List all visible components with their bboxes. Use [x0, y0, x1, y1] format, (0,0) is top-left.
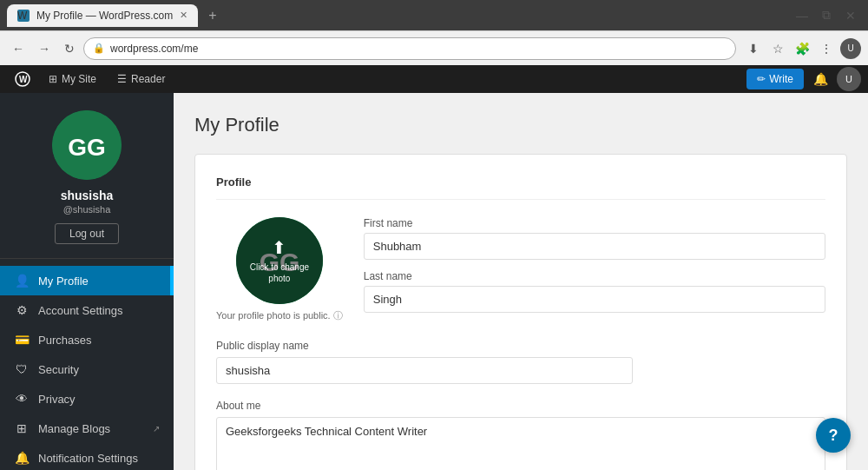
sidebar-item-notification-settings[interactable]: 🔔 Notification Settings: [0, 443, 174, 470]
notification-settings-icon: 🔔: [14, 451, 30, 465]
my-profile-icon: 👤: [14, 274, 30, 288]
new-tab-btn[interactable]: +: [203, 6, 221, 25]
sidebar-item-label: Purchases: [38, 334, 91, 347]
sidebar-item-label: My Profile: [38, 275, 89, 288]
photo-area: GG ⬆ Click to change photo Your profile …: [216, 217, 343, 322]
avatar: GG: [52, 110, 122, 180]
reader-label: Reader: [131, 73, 165, 85]
external-link-icon: ↗: [153, 424, 160, 434]
user-avatar-top[interactable]: U: [837, 67, 861, 91]
sidebar-item-label: Security: [38, 363, 79, 376]
sidebar-item-label: Privacy: [38, 393, 76, 406]
wp-logo-btn[interactable]: W: [7, 65, 38, 93]
section-title: Profile: [216, 175, 825, 200]
account-settings-icon: ⚙: [14, 303, 30, 317]
wp-top-bar: W ⊞ My Site ☰ Reader ✏ Write 🔔 U: [0, 65, 868, 93]
privacy-icon: 👁: [14, 392, 30, 406]
purchases-icon: 💳: [14, 333, 30, 347]
notifications-icon[interactable]: 🔔: [807, 66, 833, 92]
sidebar-item-security[interactable]: 🛡 Security: [0, 354, 174, 384]
lock-icon: 🔒: [93, 43, 105, 54]
display-name-label: Public display name: [216, 340, 825, 352]
sidebar-handle: @shusisha: [63, 204, 111, 215]
reader-icon: ☰: [117, 73, 127, 85]
photo-public-note: Your profile photo is public. ⓘ: [216, 309, 343, 322]
sidebar: GG shusisha @shusisha Log out 👤 My Profi…: [0, 93, 174, 470]
restore-btn[interactable]: ⧉: [816, 5, 837, 26]
last-name-input[interactable]: [364, 286, 825, 313]
first-name-label: First name: [364, 217, 825, 229]
last-name-field-group: Last name: [364, 270, 825, 313]
svg-text:GG: GG: [68, 134, 106, 161]
minimize-btn[interactable]: —: [792, 5, 812, 26]
sidebar-username: shusisha: [61, 189, 114, 202]
first-name-input[interactable]: [364, 233, 825, 260]
write-btn[interactable]: ✏ Write: [746, 69, 804, 89]
about-me-textarea[interactable]: Geeksforgeeks Technical Content Writer: [216, 417, 825, 470]
reader-link[interactable]: ☰ Reader: [107, 65, 175, 93]
address-text: wordpress.com/me: [110, 43, 727, 55]
forward-btn[interactable]: →: [33, 38, 56, 59]
about-me-label: About me: [216, 400, 825, 412]
tab-title: My Profile — WordPress.com: [36, 10, 173, 22]
sidebar-nav: 👤 My Profile ⚙ Account Settings 💳 Purcha…: [0, 259, 174, 470]
browser-profile-btn[interactable]: U: [840, 38, 861, 59]
photo-label: Click to change photo: [243, 261, 316, 284]
sidebar-item-label: Notification Settings: [38, 452, 138, 465]
browser-chrome: W My Profile — WordPress.com ✕ + — ⧉ ✕ ←…: [0, 0, 868, 65]
display-name-section: Public display name: [216, 340, 825, 384]
info-icon[interactable]: ⓘ: [333, 310, 343, 321]
svg-text:W: W: [19, 75, 28, 84]
close-btn[interactable]: ✕: [840, 5, 861, 26]
download-icon[interactable]: ⬇: [743, 38, 764, 59]
extensions-icon[interactable]: 🧩: [792, 38, 812, 59]
app-layout: GG shusisha @shusisha Log out 👤 My Profi…: [0, 93, 868, 470]
photo-overlay: ⬆ Click to change photo: [236, 217, 323, 304]
my-site-icon: ⊞: [49, 73, 57, 85]
logout-btn[interactable]: Log out: [55, 223, 119, 244]
bookmark-icon[interactable]: ☆: [767, 38, 788, 59]
more-icon[interactable]: ⋮: [816, 38, 837, 59]
name-fields: First name Last name: [364, 217, 825, 322]
sidebar-item-privacy[interactable]: 👁 Privacy: [0, 384, 174, 414]
wp-top-nav: ⊞ My Site ☰ Reader: [38, 65, 175, 93]
address-bar[interactable]: 🔒 wordpress.com/me: [83, 37, 736, 60]
write-label: Write: [769, 73, 793, 85]
my-site-link[interactable]: ⊞ My Site: [38, 65, 107, 93]
security-icon: 🛡: [14, 362, 30, 376]
help-btn[interactable]: ?: [816, 418, 851, 453]
sidebar-item-purchases[interactable]: 💳 Purchases: [0, 325, 174, 354]
title-bar: W My Profile — WordPress.com ✕ + — ⧉ ✕: [0, 0, 868, 30]
sidebar-item-manage-blogs[interactable]: ⊞ Manage Blogs ↗: [0, 414, 174, 443]
page-title: My Profile: [194, 114, 847, 136]
profile-card: Profile GG ⬆ Click to change photo: [194, 154, 847, 470]
refresh-btn[interactable]: ↻: [59, 38, 80, 59]
back-btn[interactable]: ←: [7, 38, 30, 59]
sidebar-item-my-profile[interactable]: 👤 My Profile: [0, 266, 174, 295]
sidebar-item-account-settings[interactable]: ⚙ Account Settings: [0, 295, 174, 325]
tab-close-btn[interactable]: ✕: [180, 10, 187, 21]
sidebar-profile: GG shusisha @shusisha Log out: [0, 93, 174, 259]
tab-favicon: W: [17, 10, 30, 22]
write-icon: ✏: [757, 73, 766, 85]
wp-top-right: ✏ Write 🔔 U: [746, 66, 861, 92]
main-content: My Profile Profile GG ⬆ Click to change …: [174, 93, 868, 470]
display-name-input[interactable]: [216, 357, 633, 384]
my-site-label: My Site: [62, 73, 96, 85]
nav-bar: ← → ↻ 🔒 wordpress.com/me ⬇ ☆ 🧩 ⋮ U: [0, 30, 868, 65]
first-name-field-group: First name: [364, 217, 825, 260]
last-name-label: Last name: [364, 270, 825, 282]
sidebar-item-label: Manage Blogs: [38, 422, 110, 435]
photo-circle[interactable]: GG ⬆ Click to change photo: [236, 217, 323, 304]
browser-tab[interactable]: W My Profile — WordPress.com ✕: [7, 4, 198, 27]
upload-icon: ⬆: [272, 237, 286, 258]
sidebar-item-label: Account Settings: [38, 304, 123, 317]
profile-photo-row: GG ⬆ Click to change photo Your profile …: [216, 217, 825, 322]
about-me-section: About me Geeksforgeeks Technical Content…: [216, 400, 825, 470]
manage-blogs-icon: ⊞: [14, 421, 30, 435]
